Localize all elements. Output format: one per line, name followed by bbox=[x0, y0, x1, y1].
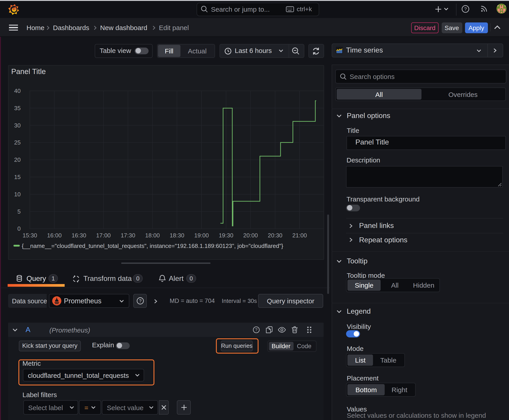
svg-text:25: 25 bbox=[14, 139, 21, 146]
svg-text:?: ? bbox=[139, 298, 141, 303]
svg-text:0: 0 bbox=[17, 225, 21, 232]
svg-text:?: ? bbox=[464, 6, 467, 11]
svg-text:15: 15 bbox=[14, 173, 21, 180]
svg-text:18:30: 18:30 bbox=[170, 232, 184, 239]
svg-text:17:00: 17:00 bbox=[96, 232, 111, 239]
svg-text:19:00: 19:00 bbox=[194, 232, 209, 239]
svg-text:{__name__="cloudflared_tunnel_: {__name__="cloudflared_tunnel_total_requ… bbox=[22, 242, 283, 249]
svg-text:15:30: 15:30 bbox=[23, 232, 37, 239]
svg-text:20:30: 20:30 bbox=[268, 232, 282, 239]
svg-text:20:00: 20:00 bbox=[243, 232, 258, 239]
svg-text:16:30: 16:30 bbox=[72, 232, 86, 239]
svg-text:17:30: 17:30 bbox=[121, 232, 135, 239]
svg-text:16:00: 16:00 bbox=[47, 232, 62, 239]
svg-text:20: 20 bbox=[14, 156, 21, 163]
svg-text:18:00: 18:00 bbox=[145, 232, 160, 239]
svg-text:19:30: 19:30 bbox=[219, 232, 233, 239]
svg-text:?: ? bbox=[255, 327, 258, 332]
svg-text:35: 35 bbox=[14, 105, 21, 111]
svg-text:21:00: 21:00 bbox=[292, 232, 307, 239]
svg-text:40: 40 bbox=[14, 87, 21, 94]
svg-text:10: 10 bbox=[14, 191, 21, 197]
svg-text:30: 30 bbox=[14, 122, 21, 128]
svg-text:5: 5 bbox=[17, 208, 21, 215]
